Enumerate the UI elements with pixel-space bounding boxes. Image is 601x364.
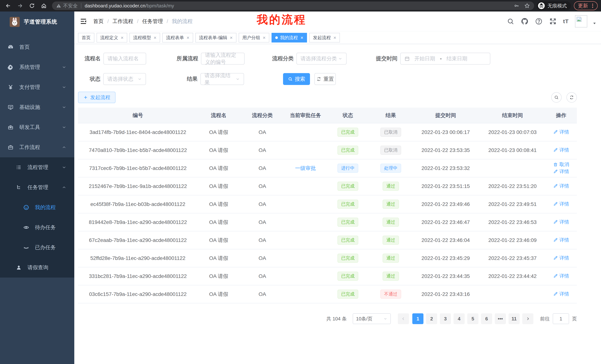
fullscreen-icon[interactable] (549, 18, 557, 25)
close-tab-icon[interactable]: × (230, 35, 233, 40)
update-label: 更新 (578, 2, 588, 9)
font-size-icon[interactable]: tT (563, 18, 569, 25)
status-badge: 通过 (383, 182, 399, 191)
detail-action-link[interactable]: 详情 (553, 201, 569, 207)
status-cell: 已完成 (326, 267, 370, 285)
status-select[interactable]: 请选择状态 (103, 73, 146, 85)
detail-action-link[interactable]: 详情 (553, 255, 569, 261)
sidebar-item-8[interactable]: 我的流程 (0, 197, 74, 217)
detail-action-link[interactable]: 详情 (553, 237, 569, 243)
caret-down-icon[interactable] (592, 21, 597, 25)
close-tab-icon[interactable]: × (186, 35, 189, 40)
bookmark-star-icon[interactable] (524, 3, 530, 9)
sidebar-item-1[interactable]: 系统管理 (0, 57, 74, 77)
home-icon[interactable] (39, 1, 49, 10)
avatar[interactable] (575, 15, 587, 28)
sidebar-item-2[interactable]: 支付管理 (0, 77, 74, 97)
not-secure-warning[interactable]: 不安全 (56, 3, 78, 9)
status-badge: 已完成 (338, 290, 358, 299)
process-name-cell: OA 请假 (198, 249, 240, 267)
next-page-button[interactable] (522, 313, 533, 324)
close-tab-icon[interactable]: × (154, 35, 156, 40)
detail-action-link[interactable]: 详情 (553, 129, 569, 135)
page-button-1[interactable]: 1 (412, 313, 423, 324)
detail-action-link[interactable]: 详情 (553, 147, 569, 153)
refresh-table-button[interactable] (566, 92, 577, 103)
tab-7[interactable]: 发起流程× (309, 33, 340, 42)
tab-5[interactable]: 用户分组× (239, 33, 269, 42)
result-cell: 通过 (370, 267, 412, 285)
search-icon[interactable] (507, 18, 514, 25)
sidebar-item-9[interactable]: 待办任务 (0, 217, 74, 238)
category-select[interactable]: 请选择流程分类 (296, 53, 347, 65)
tabbar: 首页流程定义×流程模型×流程表单×流程表单-编辑×用户分组×我的流程×发起流程× (74, 31, 601, 44)
sidebar-item-4[interactable]: 研发工具 (0, 117, 74, 137)
page-button-5[interactable]: 5 (467, 313, 478, 324)
detail-action-link[interactable]: 详情 (553, 291, 569, 297)
tab-1[interactable]: 流程定义× (97, 33, 127, 42)
detail-action-link[interactable]: 详情 (553, 168, 569, 175)
password-key-icon[interactable] (514, 3, 519, 9)
browser-menu-kebab-icon[interactable] (590, 3, 595, 9)
parent-process-input[interactable]: 请输入流程定义的编号 (201, 53, 245, 65)
sidebar-item-0[interactable]: 首页 (0, 37, 74, 57)
process-id-cell: 7470a810-7b9b-11ec-b5b7-acde48001122 (78, 141, 198, 159)
create-process-button[interactable]: 发起流程 (78, 92, 116, 103)
close-tab-icon[interactable]: × (121, 35, 123, 40)
chevron-down-icon (383, 317, 387, 321)
github-icon[interactable] (521, 18, 529, 25)
sidebar-item-10[interactable]: 已办任务 (0, 238, 74, 258)
tab-0[interactable]: 首页 (78, 33, 94, 42)
close-tab-icon[interactable]: × (263, 35, 266, 40)
app-logo-row[interactable]: 芋道管理系统 (0, 11, 74, 32)
cancel-action-link[interactable]: 取消 (553, 161, 569, 168)
update-button[interactable]: 更新 (574, 1, 598, 10)
process-name-cell: OA 请假 (198, 285, 240, 303)
page-button-4[interactable]: 4 (453, 313, 465, 324)
sidebar-item-3[interactable]: 基础设施 (0, 97, 74, 117)
sidebar-item-5[interactable]: 工作流程 (0, 137, 74, 157)
pagination-total: 共 104 条 (326, 316, 347, 322)
detail-action-link[interactable]: 详情 (553, 183, 569, 189)
result-cell: 不通过 (370, 285, 412, 303)
chevron-down-icon (338, 56, 342, 61)
tab-4[interactable]: 流程表单-编辑× (195, 33, 236, 42)
sidebar-item-6[interactable]: 流程管理 (0, 157, 74, 177)
page-button-11[interactable]: 11 (509, 313, 520, 324)
page-size-select[interactable]: 10条/页 (353, 313, 391, 324)
column-header: 当前审批任务 (285, 108, 326, 123)
task-link[interactable]: 一级审批 (295, 165, 316, 171)
detail-action-link[interactable]: 详情 (553, 273, 569, 279)
tab-3[interactable]: 流程表单× (162, 33, 193, 42)
process-name-input[interactable]: 请输入流程名 (103, 53, 146, 65)
back-icon[interactable] (3, 1, 13, 10)
search-button[interactable]: 搜索 (283, 73, 310, 85)
sidebar-item-11[interactable]: 请假查询 (0, 258, 74, 278)
show-search-toggle-button[interactable] (551, 92, 562, 103)
submit-time-range-picker[interactable]: 开始日期 - 结束日期 (400, 53, 490, 65)
sidebar-item-7[interactable]: 任务管理 (0, 177, 74, 197)
breadcrumb-item[interactable]: 任务管理 (142, 18, 163, 25)
goto-page-input[interactable] (553, 313, 569, 324)
address-bar[interactable]: 不安全 dashboard.yudao.iocoder.cn /bpm/task… (52, 1, 534, 10)
sidebar-item-label: 首页 (19, 44, 30, 51)
reset-button[interactable]: 重置 (314, 73, 336, 85)
help-icon[interactable] (535, 18, 543, 25)
result-select[interactable]: 请选择流结果 (200, 73, 244, 85)
detail-action-link[interactable]: 详情 (553, 219, 569, 225)
prev-page-button[interactable] (398, 313, 409, 324)
breadcrumb-item[interactable]: 首页 (93, 18, 104, 25)
page-button-2[interactable]: 2 (426, 313, 437, 324)
tab-6[interactable]: 我的流程× (271, 33, 307, 42)
tab-2[interactable]: 流程模型× (130, 33, 160, 42)
page-button-6[interactable]: 6 (481, 313, 492, 324)
close-tab-icon[interactable]: × (333, 35, 336, 40)
page-button-3[interactable]: 3 (440, 313, 451, 324)
page-ellipsis[interactable]: ••• (495, 313, 506, 324)
sidebar-collapse-icon[interactable] (79, 17, 88, 26)
forward-icon[interactable] (15, 1, 25, 10)
close-tab-icon[interactable]: × (300, 35, 303, 40)
breadcrumb-item[interactable]: 工作流程 (112, 18, 133, 25)
status-cell: 已完成 (326, 231, 370, 249)
reload-icon[interactable] (27, 1, 37, 10)
